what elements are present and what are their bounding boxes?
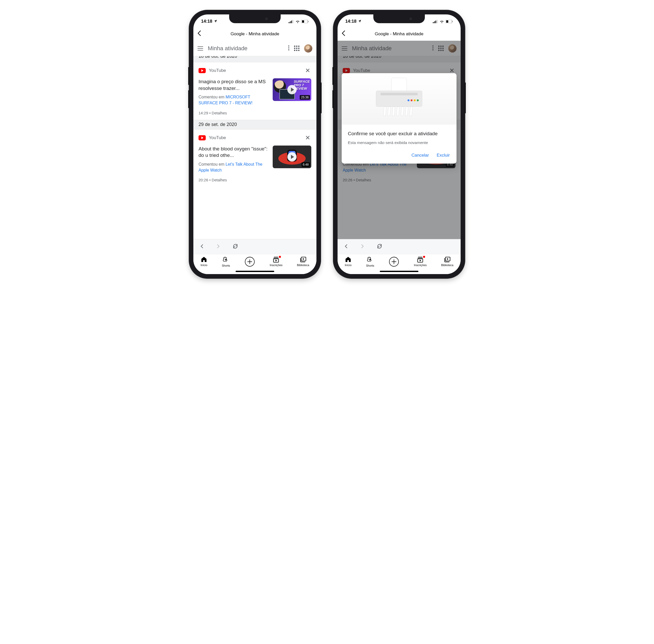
tab-library[interactable]: Biblioteca (297, 256, 309, 267)
dialog-message: Esta mensagem não será exibida novamente (348, 140, 450, 145)
home-indicator[interactable] (380, 271, 418, 272)
wifi-icon (295, 20, 300, 23)
home-indicator[interactable] (236, 271, 274, 272)
delete-button[interactable]: ✕ (304, 134, 311, 141)
status-time: 14:18 (201, 19, 212, 24)
play-icon (287, 85, 297, 94)
apps-icon[interactable] (294, 46, 300, 51)
tab-create[interactable] (389, 256, 399, 267)
reload-button[interactable] (377, 244, 382, 250)
toolbar-title: Minha atividade (208, 45, 283, 52)
activity-card: YouTube ✕ About the blood oxygen "issue"… (193, 130, 317, 185)
confirm-dialog: Confirme se você quer excluir a atividad… (342, 73, 457, 164)
duration-badge: 25:36 (300, 95, 310, 100)
back-button[interactable] (197, 30, 201, 38)
status-time: 14:18 (345, 19, 356, 24)
svg-rect-18 (446, 20, 448, 23)
date-header: 18 de out. de 2020 (193, 56, 317, 62)
webview-header: Google - Minha atividade (193, 27, 317, 41)
video-thumbnail[interactable]: 6:48 (273, 145, 311, 168)
webview-title: Google - Minha atividade (230, 31, 279, 37)
tab-label: Biblioteca (297, 263, 309, 267)
tab-subscriptions[interactable]: Inscrições (414, 256, 427, 267)
source-label: YouTube (209, 135, 301, 140)
browser-toolbar (337, 239, 461, 254)
activity-meta[interactable]: 20:26 • Detalhes (198, 178, 269, 182)
svg-rect-3 (293, 20, 293, 23)
location-icon (214, 19, 217, 24)
svg-rect-19 (452, 21, 453, 22)
svg-point-8 (288, 47, 289, 48)
notification-dot-icon (423, 256, 425, 258)
video-thumbnail[interactable]: SURFACE PRO 7 REVIEW 25:36 (273, 78, 311, 101)
notch (229, 15, 281, 23)
tab-create[interactable] (244, 256, 255, 267)
tab-label: Shorts (366, 264, 374, 267)
shredder-illustration (342, 73, 457, 125)
tab-label: Inscrições (270, 263, 283, 267)
webview-header: Google - Minha atividade (337, 27, 461, 41)
svg-rect-1 (290, 21, 291, 23)
activity-title[interactable]: Imagina o preço disso se a MS resolvesse… (198, 78, 269, 91)
tab-label: Início (201, 263, 207, 267)
date-header: 29 de set. de 2020 (193, 120, 317, 130)
wifi-icon (440, 20, 444, 23)
confirm-delete-button[interactable]: Excluir (437, 153, 450, 158)
svg-point-7 (288, 45, 289, 46)
browser-back-button[interactable] (345, 244, 348, 250)
location-icon (358, 19, 361, 24)
dialog-title: Confirme se você quer excluir a atividad… (348, 130, 450, 137)
phone-right: 14:18 Google - Minha at (333, 10, 465, 278)
tab-subscriptions[interactable]: Inscrições (270, 256, 283, 267)
youtube-icon (198, 135, 206, 140)
browser-forward-button[interactable] (361, 244, 364, 250)
tab-shorts[interactable]: Shorts (222, 256, 230, 267)
browser-toolbar (193, 239, 317, 254)
tab-shorts[interactable]: Shorts (366, 256, 374, 267)
subtitle-prefix: Comentou em (198, 162, 226, 166)
avatar[interactable] (304, 44, 312, 52)
activity-subtitle: Comentou em Let's Talk About The Apple W… (198, 161, 269, 173)
activity-card: YouTube ✕ Imagina o preço disso se a MS … (193, 62, 317, 118)
notch (373, 15, 425, 23)
menu-icon[interactable] (197, 46, 203, 50)
subtitle-prefix: Comentou em (198, 95, 226, 99)
notification-dot-icon (279, 256, 281, 258)
activity-title[interactable]: About the blood oxygen "issue": do u tri… (198, 145, 269, 159)
delete-button[interactable]: ✕ (304, 67, 311, 74)
back-button[interactable] (342, 30, 345, 38)
battery-icon (446, 20, 453, 23)
webview-title: Google - Minha atividade (375, 31, 423, 37)
tab-label: Inscrições (414, 263, 427, 267)
youtube-icon (198, 68, 206, 73)
svg-rect-14 (434, 21, 435, 23)
google-toolbar: Minha atividade (193, 41, 317, 56)
more-icon[interactable] (288, 45, 289, 51)
tab-library[interactable]: Biblioteca (441, 256, 453, 267)
play-icon (287, 152, 297, 162)
svg-rect-2 (291, 21, 292, 23)
activity-subtitle: Comentou em MICROSOFT SURFACE PRO 7 - RE… (198, 94, 269, 106)
svg-rect-16 (437, 20, 438, 23)
battery-icon (302, 20, 309, 23)
phone-left: 14:18 Google - Minha at (189, 10, 321, 278)
svg-rect-13 (433, 22, 434, 23)
browser-forward-button[interactable] (216, 244, 219, 250)
activity-meta[interactable]: 14:29 • Detalhes (198, 111, 269, 115)
cell-signal-icon (433, 20, 438, 23)
tab-home[interactable]: Início (345, 256, 351, 267)
reload-button[interactable] (233, 244, 238, 250)
activity-list[interactable]: 18 de out. de 2020 YouTube ✕ Imagina o p… (193, 56, 317, 239)
cancel-button[interactable]: Cancelar (412, 153, 429, 158)
tab-label: Shorts (222, 264, 230, 267)
source-label: YouTube (209, 68, 301, 73)
svg-rect-15 (436, 21, 436, 23)
tab-label: Início (345, 263, 351, 267)
browser-back-button[interactable] (201, 244, 204, 250)
svg-rect-6 (308, 21, 309, 22)
screen: 14:18 Google - Minha at (337, 15, 461, 274)
tab-home[interactable]: Início (201, 256, 207, 267)
svg-rect-0 (289, 22, 289, 23)
cell-signal-icon (289, 20, 294, 23)
svg-point-9 (288, 49, 289, 50)
